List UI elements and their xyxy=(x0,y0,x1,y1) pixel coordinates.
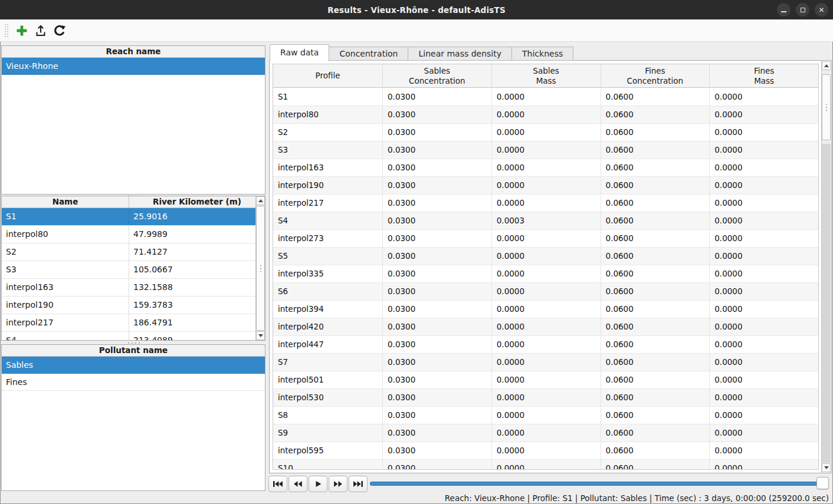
titlebar[interactable]: Results - Vieux-Rhône - default-AdisTS ✕ xyxy=(0,0,833,19)
profiles-scrollbar[interactable] xyxy=(255,196,265,340)
value-cell: 0.0000 xyxy=(710,354,818,371)
value-cell: 0.0000 xyxy=(492,424,601,442)
value-cell: 0.0600 xyxy=(601,318,710,335)
profile-row[interactable]: interpol8047.9989 xyxy=(2,226,255,243)
profile-cell: S7 xyxy=(273,354,383,371)
scroll-up-icon[interactable] xyxy=(256,196,265,205)
value-cell: 0.0600 xyxy=(601,248,710,265)
scrollbar-track[interactable] xyxy=(822,144,831,463)
pollutant-item[interactable]: Fines xyxy=(2,374,265,391)
value-cell: 0.0600 xyxy=(601,283,710,300)
pollutant-panel: Pollutant name SablesFines xyxy=(1,344,265,491)
time-slider[interactable] xyxy=(370,475,829,492)
statusbar: Reach: Vieux-Rhone | Profile: S1 | Pollu… xyxy=(0,492,833,504)
column-header-river-km[interactable]: River Kilometer (m) xyxy=(129,196,265,207)
tab-concentration[interactable]: Concentration xyxy=(329,47,408,61)
table-row[interactable]: interpol3350.03000.00000.06000.0000 xyxy=(273,265,818,283)
tab-raw-data[interactable]: Raw data xyxy=(270,44,329,61)
column-header[interactable]: SablesMass xyxy=(492,64,601,87)
tab-linear-mass-density[interactable]: Linear mass density xyxy=(408,47,512,61)
reach-header: Reach name xyxy=(2,46,265,58)
scroll-down-icon[interactable] xyxy=(822,463,831,472)
table-row[interactable]: interpol1900.03000.00000.06000.0000 xyxy=(273,177,818,195)
table-row[interactable]: S30.03000.00000.06000.0000 xyxy=(273,141,818,159)
value-cell: 0.0300 xyxy=(383,124,492,141)
value-cell: 0.0000 xyxy=(492,336,601,353)
table-row[interactable]: S100.03000.00000.06000.0000 xyxy=(273,460,818,469)
profile-row[interactable]: S271.4127 xyxy=(2,243,255,261)
table-row[interactable]: S50.03000.00000.06000.0000 xyxy=(273,248,818,265)
table-row[interactable]: S10.03000.00000.06000.0000 xyxy=(273,88,818,106)
table-row[interactable]: interpol2170.03000.00000.06000.0000 xyxy=(273,195,818,212)
profile-row[interactable]: S125.9016 xyxy=(2,208,255,226)
column-header[interactable]: FinesMass xyxy=(710,64,818,87)
table-row[interactable]: interpol5300.03000.00000.06000.0000 xyxy=(273,389,818,407)
column-header[interactable]: FinesConcentration xyxy=(601,64,710,87)
table-row[interactable]: S20.03000.00000.06000.0000 xyxy=(273,124,818,141)
table-row[interactable]: S60.03000.00000.06000.0000 xyxy=(273,283,818,301)
scrollbar-thumb[interactable] xyxy=(256,206,265,331)
column-header[interactable]: SablesConcentration xyxy=(383,64,492,87)
skip-to-end-button[interactable] xyxy=(349,476,368,492)
table-row[interactable]: interpol3940.03000.00000.06000.0000 xyxy=(273,301,818,318)
splitter-handle[interactable] xyxy=(1,341,265,344)
tab-bar: Raw dataConcentrationLinear mass density… xyxy=(270,44,573,61)
table-row[interactable]: S40.03000.00030.06000.0000 xyxy=(273,212,818,230)
value-cell: 0.0000 xyxy=(492,389,601,406)
maximize-icon xyxy=(801,8,805,12)
table-row[interactable]: interpol4470.03000.00000.06000.0000 xyxy=(273,336,818,354)
value-cell: 0.0000 xyxy=(492,371,601,388)
fast-forward-button[interactable] xyxy=(329,476,347,492)
value-cell: 0.0300 xyxy=(383,265,492,282)
profile-row[interactable]: S4213.4089 xyxy=(2,332,255,340)
pollutant-item[interactable]: Sables xyxy=(2,357,265,374)
export-button[interactable] xyxy=(31,21,50,40)
table-row[interactable]: interpol5010.03000.00000.06000.0000 xyxy=(273,371,818,389)
profile-name-cell: interpol80 xyxy=(2,226,129,243)
profile-km-cell: 159.3783 xyxy=(129,297,255,314)
value-cell: 0.0600 xyxy=(601,301,710,318)
minimize-button[interactable] xyxy=(777,3,791,17)
scroll-down-icon[interactable] xyxy=(256,331,265,340)
value-cell: 0.0000 xyxy=(492,159,601,176)
profile-cell: interpol501 xyxy=(273,371,383,388)
table-row[interactable]: interpol1630.03000.00000.06000.0000 xyxy=(273,159,818,177)
profile-km-cell: 213.4089 xyxy=(129,332,255,340)
reach-panel: Reach name Vieux-Rhone xyxy=(1,45,265,195)
column-header-name[interactable]: Name xyxy=(2,196,129,207)
toolbar-grip[interactable] xyxy=(4,23,9,38)
profile-cell: interpol420 xyxy=(273,318,383,335)
refresh-button[interactable] xyxy=(50,21,69,40)
maximize-button[interactable] xyxy=(796,3,809,17)
table-row[interactable]: interpol4200.03000.00000.06000.0000 xyxy=(273,318,818,336)
close-button[interactable]: ✕ xyxy=(815,3,828,17)
window-controls: ✕ xyxy=(777,0,828,19)
skip-to-start-button[interactable] xyxy=(268,476,287,492)
profile-cell: S8 xyxy=(273,407,383,424)
table-row[interactable]: interpol800.03000.00000.06000.0000 xyxy=(273,106,818,124)
profile-row[interactable]: interpol163132.1588 xyxy=(2,279,255,297)
profile-row[interactable]: interpol190159.3783 xyxy=(2,297,255,314)
add-button[interactable] xyxy=(12,21,31,40)
value-cell: 0.0600 xyxy=(601,212,710,229)
time-slider-track[interactable] xyxy=(370,482,827,486)
scroll-up-icon[interactable] xyxy=(822,61,831,70)
reach-list-item[interactable]: Vieux-Rhone xyxy=(2,58,265,75)
table-row[interactable]: S70.03000.00000.06000.0000 xyxy=(273,354,818,371)
rewind-button[interactable] xyxy=(288,476,307,492)
table-row[interactable]: S80.03000.00000.06000.0000 xyxy=(273,407,818,424)
scrollbar-thumb[interactable] xyxy=(822,74,831,140)
column-header[interactable]: Profile xyxy=(273,64,383,87)
table-row[interactable]: interpol5950.03000.00000.06000.0000 xyxy=(273,442,818,460)
table-row[interactable]: S90.03000.00000.06000.0000 xyxy=(273,424,818,442)
tab-thickness[interactable]: Thickness xyxy=(512,47,573,61)
value-cell: 0.0000 xyxy=(710,442,818,459)
profile-cell: interpol335 xyxy=(273,265,383,282)
value-cell: 0.0000 xyxy=(710,212,818,229)
results-scrollbar[interactable] xyxy=(821,61,831,472)
time-slider-handle[interactable] xyxy=(816,477,829,489)
profile-row[interactable]: interpol217186.4791 xyxy=(2,314,255,332)
table-row[interactable]: interpol2730.03000.00000.06000.0000 xyxy=(273,230,818,248)
play-button[interactable] xyxy=(309,476,327,492)
profile-row[interactable]: S3105.0667 xyxy=(2,261,255,279)
